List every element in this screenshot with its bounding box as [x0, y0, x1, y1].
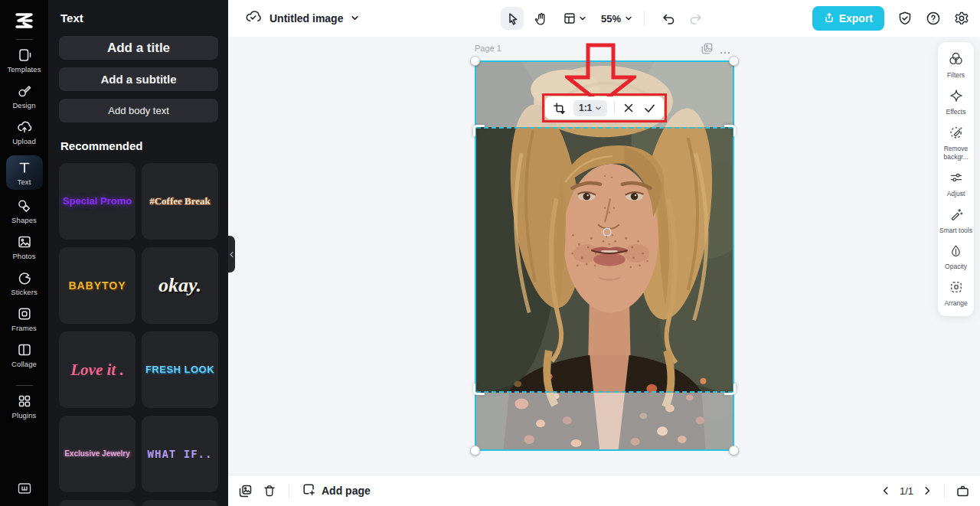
text-style-tile[interactable]: Special Promo: [59, 163, 136, 240]
sidebar-item-label: Frames: [11, 324, 37, 332]
text-style-tile[interactable]: FRESH LOOK: [142, 331, 218, 408]
topbar-right-group: Export: [812, 6, 969, 31]
sidebar-item-label: Upload: [12, 137, 36, 145]
photos-icon: [17, 234, 32, 250]
tool-smart-tools[interactable]: Smart tools: [939, 202, 973, 239]
tool-filters[interactable]: Filters: [939, 46, 973, 83]
crop-corner-handle[interactable]: [473, 384, 485, 395]
undo-button[interactable]: [656, 7, 679, 30]
text-style-label: WHAT IF..: [148, 449, 213, 460]
sidebar-item-photos[interactable]: Photos: [4, 234, 45, 260]
redo-button[interactable]: [684, 7, 707, 30]
effects-star-icon: [949, 89, 963, 106]
templates-icon: [17, 47, 32, 63]
keyboard-shortcuts-icon[interactable]: [4, 482, 45, 495]
text-style-label: FRESH LOOK: [145, 364, 214, 375]
present-icon[interactable]: [956, 485, 969, 498]
text-style-tile[interactable]: BABYTOY: [59, 247, 136, 324]
text-style-tile[interactable]: #Coffee Break: [142, 163, 218, 240]
sidebar-item-label: Photos: [12, 252, 35, 260]
plugins-icon: [17, 393, 32, 409]
crop-icon[interactable]: [553, 100, 567, 116]
selection-corner-handle[interactable]: [729, 446, 739, 455]
selection-corner-handle[interactable]: [470, 446, 480, 455]
text-style-tile[interactable]: [59, 500, 136, 506]
sidebar-item-label: Stickers: [11, 288, 38, 296]
duplicate-page-icon[interactable]: [701, 43, 713, 57]
tool-adjust[interactable]: Adjust: [939, 165, 973, 202]
tool-effects[interactable]: Effects: [939, 83, 973, 120]
delete-page-button[interactable]: [263, 485, 276, 497]
opacity-droplet-icon: [949, 244, 962, 260]
select-tool-button[interactable]: [501, 7, 524, 30]
crop-corner-handle[interactable]: [724, 384, 736, 395]
crop-region[interactable]: [476, 127, 733, 393]
bottombar-left-group: Add page: [239, 483, 371, 498]
app-window: Templates Design Upload Text Shapes Phot…: [0, 0, 980, 506]
selection-corner-handle[interactable]: [729, 56, 739, 66]
panel-title: Text: [60, 11, 218, 24]
layout-tool-button[interactable]: [557, 7, 591, 30]
add-subtitle-button[interactable]: Add a subtitle: [59, 67, 218, 91]
add-page-label: Add page: [322, 485, 371, 497]
crop-corner-handle[interactable]: [473, 125, 485, 136]
text-style-label: Love it .: [70, 361, 123, 378]
crop-corner-handle[interactable]: [724, 125, 736, 136]
collage-icon: [17, 342, 32, 357]
sidebar-item-shapes[interactable]: Shapes: [4, 198, 45, 224]
crop-toolbar: 1:1: [545, 96, 664, 119]
text-style-tile[interactable]: Exclusive Jewelry: [59, 416, 136, 492]
sidebar-item-plugins[interactable]: Plugins: [4, 393, 45, 419]
selection-corner-handle[interactable]: [470, 56, 480, 66]
shapes-icon: [17, 198, 32, 214]
text-style-tile[interactable]: [142, 500, 218, 506]
sidebar-item-label: Collage: [11, 360, 37, 368]
previous-page-icon[interactable]: [880, 485, 891, 496]
chevron-left-icon: [229, 247, 234, 261]
settings-gear-icon[interactable]: [954, 11, 969, 26]
tool-opacity[interactable]: Opacity: [939, 239, 973, 275]
add-body-text-button[interactable]: Add body text: [59, 99, 218, 122]
remove-background-icon: [949, 126, 963, 142]
sidebar-item-label: Templates: [7, 65, 41, 73]
duplicate-page-button[interactable]: [239, 485, 252, 498]
help-icon[interactable]: [926, 11, 941, 26]
frames-icon: [17, 306, 32, 322]
shield-check-icon[interactable]: [897, 11, 913, 26]
sidebar-item-upload[interactable]: Upload: [4, 119, 45, 145]
add-page-button[interactable]: Add page: [302, 483, 371, 498]
capcut-logo-icon[interactable]: [11, 9, 38, 32]
cancel-crop-icon[interactable]: [622, 100, 635, 116]
tool-remove-background[interactable]: Remove backgr...: [939, 120, 973, 165]
sidebar-item-templates[interactable]: Templates: [4, 47, 45, 73]
zoom-level-value: 55%: [601, 13, 621, 24]
main-area: Untitled image 55%: [228, 0, 980, 506]
nav-divider: [16, 39, 33, 40]
text-style-tile[interactable]: WHAT IF..: [142, 416, 218, 492]
aspect-ratio-dropdown[interactable]: 1:1: [573, 100, 607, 116]
export-button[interactable]: Export: [812, 6, 884, 31]
page-more-icon[interactable]: [720, 44, 730, 57]
sidebar-item-design[interactable]: Design: [4, 83, 45, 109]
sidebar-item-collage[interactable]: Collage: [4, 342, 45, 368]
text-style-tile[interactable]: okay.: [142, 247, 218, 324]
aspect-ratio-value: 1:1: [579, 103, 592, 113]
sidebar-item-text[interactable]: Text: [6, 155, 43, 190]
zoom-level-dropdown[interactable]: 55%: [601, 13, 632, 24]
cloud-save-icon: [245, 8, 262, 28]
add-title-button[interactable]: Add a title: [59, 36, 218, 60]
panel-collapse-handle[interactable]: [228, 236, 235, 273]
sidebar-item-stickers[interactable]: Stickers: [4, 270, 45, 296]
text-style-tile[interactable]: Love it .: [59, 331, 136, 408]
hand-tool-button[interactable]: [529, 7, 552, 30]
sidebar-item-frames[interactable]: Frames: [4, 306, 45, 332]
text-style-label: okay.: [158, 275, 201, 295]
next-page-icon[interactable]: [922, 485, 933, 496]
bottombar-right-group: 1/1: [880, 484, 969, 498]
document-title-group[interactable]: Untitled image: [245, 8, 359, 28]
text-style-grid: Special Promo #Coffee Break BABYTOY okay…: [59, 163, 218, 506]
confirm-crop-icon[interactable]: [642, 100, 656, 116]
canvas-area[interactable]: Page 1: [228, 37, 980, 475]
tool-arrange[interactable]: Arrange: [939, 275, 973, 312]
document-title: Untitled image: [270, 12, 343, 24]
